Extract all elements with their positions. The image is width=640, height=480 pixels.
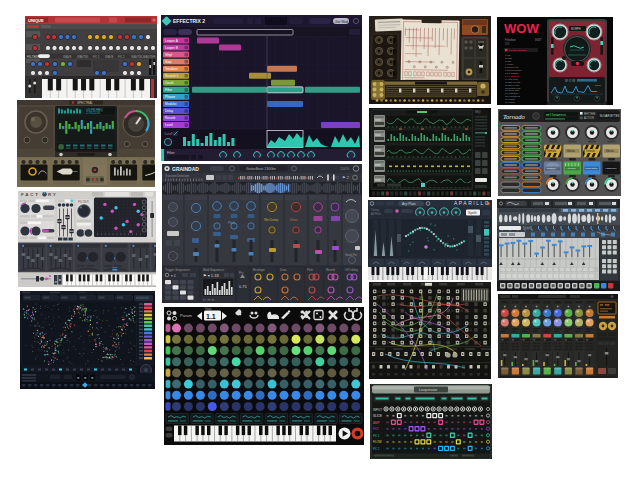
svg-text:ACTION: ACTION [584,116,594,120]
svg-text:FX 1: FX 1 [93,55,100,59]
svg-text:WOW: WOW [565,79,576,83]
svg-text:Tuning: Tuning [371,208,379,212]
svg-text:Stop: Stop [165,60,172,64]
svg-text:FACT: FACT [21,192,40,197]
svg-text:WOW: WOW [504,21,539,36]
svg-text:Wet Damp: Wet Damp [264,218,278,222]
svg-text:Scratch L: Scratch L [165,74,179,78]
svg-text:BD 808: BD 808 [600,304,610,307]
svg-text:Reverb: Reverb [326,268,335,272]
svg-text:Direct: Direct [290,218,298,222]
svg-text:⚏ ⚎ ⚍: ⚏ ⚎ ⚍ [203,298,214,302]
svg-text:Vibrato: Vibrato [606,149,615,153]
svg-text:AMP: AMP [373,421,380,425]
svg-text:Param: Param [180,313,192,318]
svg-text:Looper B: Looper B [165,46,178,50]
svg-text:Crush: Crush [165,81,174,85]
svg-text:Drive: Drive [280,268,287,272]
svg-text:Filter: Filter [167,151,175,155]
svg-text:CapeTown: CapeTown [586,167,598,170]
svg-text:APARILLO: APARILLO [454,200,490,206]
svg-text:HelloSweet%: HelloSweet% [546,113,566,117]
svg-text:Phaser: Phaser [165,95,176,99]
svg-text:MORPH: MORPH [571,27,581,31]
svg-text:Filterbox: Filterbox [505,38,516,42]
svg-text:Cutoff: Cutoff [164,132,173,136]
svg-text:FX 2: FX 2 [373,447,380,451]
svg-text:Looper A: Looper A [165,39,179,43]
svg-text:A3 Pitch: A3 Pitch [371,212,381,216]
svg-text:SPECTRAL: SPECTRAL [77,101,93,105]
svg-text:SLICE: SLICE [373,414,382,418]
svg-text:UNIQUE: UNIQUE [28,18,44,23]
svg-text:Vibrato: Vibrato [567,149,576,153]
svg-text:Trigger Sequencer: Trigger Sequencer [165,268,190,272]
svg-text:1.1: 1.1 [206,313,216,320]
svg-text:Synth: Synth [468,211,477,215]
svg-text:Looperator: Looperator [419,388,438,392]
svg-text:Pct: Pct [239,271,244,275]
svg-text:Modulat: Modulat [165,102,176,106]
svg-text:View: View [205,307,212,311]
svg-text:Tornado: Tornado [503,113,526,120]
svg-text:808/7: 808/7 [535,38,542,42]
svg-text:SEQ: SEQ [475,110,480,114]
svg-text:Crusher: Crusher [547,167,556,170]
svg-text:808: 808 [505,42,510,46]
svg-text:RY: RY [48,192,58,197]
svg-text:1178 222 81: 1178 222 81 [86,111,101,115]
svg-text:GuitarBeat 130Gin: GuitarBeat 130Gin [246,167,276,171]
svg-text:WAVE: WAVE [63,55,72,59]
svg-text:Tremolo: Tremolo [547,149,557,153]
svg-text:Tonalizer: Tonalizer [165,67,179,71]
svg-text:Activator: Activator [566,167,576,170]
svg-text:Reverb: Reverb [165,116,176,120]
svg-text:Pitch: Pitch [228,221,235,225]
svg-text:Arp Plain: Arp Plain [402,202,416,206]
svg-text:FILTER: FILTER [27,55,39,59]
svg-text:FILTER SWEEP: FILTER SWEEP [509,49,527,52]
svg-text:⚑ ▾ 1.33: ⚑ ▾ 1.33 [203,273,219,278]
svg-text:FX 2: FX 2 [118,55,125,59]
svg-text:WAVTBL: WAVTBL [77,55,89,59]
svg-text:Transient Detection: Transient Detection [165,174,190,178]
svg-text:▾ 4: ▾ 4 [171,274,176,278]
svg-text:Vinyl: Vinyl [165,53,172,57]
svg-text:FX 1: FX 1 [373,434,380,438]
svg-text:FILTER: FILTER [78,200,89,204]
svg-text:⚑ 2: ⚑ 2 [342,175,350,180]
svg-text:18 Laser: 18 Laser [505,104,515,105]
svg-text:Tremolo: Tremolo [586,149,596,153]
svg-text:asym: asym [595,84,601,87]
svg-text:100%: 100% [340,167,350,171]
svg-text:Filter: Filter [165,88,173,92]
svg-text:Delay: Delay [165,109,174,113]
svg-text:WAVE: WAVE [105,55,114,59]
svg-text:FILT: FILT [373,427,379,431]
svg-text:GRAINDAD: GRAINDAD [172,166,199,172]
svg-text:Mod Sequencer: Mod Sequencer [203,268,224,272]
svg-text:Level: Level [165,123,173,127]
svg-text:LFO delay: LFO delay [345,268,359,272]
svg-text:0.75: 0.75 [239,284,248,289]
svg-text:MASTER: MASTER [143,55,156,59]
svg-text:Envelope: Envelope [253,268,265,272]
svg-text:EFFECTRIX 2: EFFECTRIX 2 [173,18,205,24]
svg-text:Get Mod: Get Mod [335,20,348,24]
svg-text:WAVTBL: WAVTBL [131,55,143,59]
svg-text:Filter: Filter [307,268,313,272]
svg-text:SUGAR BYTES: SUGAR BYTES [600,114,620,118]
svg-text:I Said Jive: I Said Jive [605,167,617,170]
svg-text:FLOW: FLOW [373,440,382,444]
svg-text:INPUT: INPUT [373,408,382,412]
svg-text:RHYTHM: RHYTHM [584,112,595,116]
